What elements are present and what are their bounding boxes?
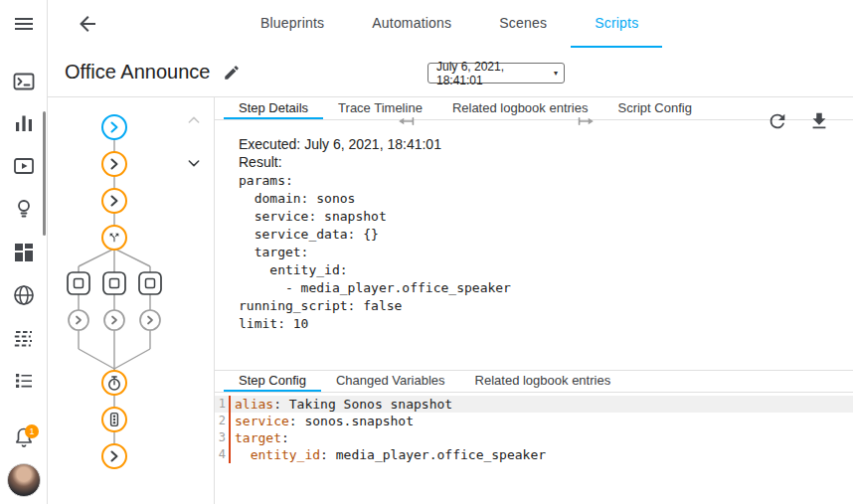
menu-button[interactable] xyxy=(12,12,36,36)
graph-node-branch-step-2[interactable] xyxy=(104,310,124,330)
graph-node-step-1[interactable] xyxy=(102,115,126,139)
graph-node-wait-trigger[interactable] xyxy=(102,408,126,431)
graph-node-branch-option-1[interactable] xyxy=(68,272,89,294)
yaml-key: service xyxy=(235,414,289,428)
tab-scripts[interactable]: Scripts xyxy=(571,0,662,48)
sidebar-item-logbook[interactable] xyxy=(12,369,36,393)
trace-toolbar: Office Announce July 6, 2021, 18:41:01 ▾ xyxy=(48,48,853,97)
refresh-icon xyxy=(767,110,788,132)
script-graph-panel xyxy=(48,97,215,504)
sidebar: 1 xyxy=(0,0,48,504)
code-line: 4 entity_id: media_player.office_speaker xyxy=(215,446,853,463)
app-window: 1 Blueprints Automations Scenes Scripts … xyxy=(0,0,853,504)
previous-run-button[interactable] xyxy=(396,110,418,132)
logbook-list-icon xyxy=(12,369,36,393)
back-button[interactable] xyxy=(76,12,99,36)
script-node-graph xyxy=(48,97,215,504)
graph-node-step-3[interactable] xyxy=(102,189,126,213)
line-number: 2 xyxy=(215,413,231,429)
code-line: 2 service: sonos.snapshot xyxy=(215,413,853,429)
line-number: 3 xyxy=(215,429,231,446)
top-tabs: Blueprints Automations Scenes Scripts xyxy=(237,0,662,48)
terminal-icon xyxy=(12,70,36,93)
line-number: 4 xyxy=(215,446,231,463)
code-line: 1 alias: Taking Sonos snapshot xyxy=(215,396,853,413)
trace-content: Step Details Trace Timeline Related logb… xyxy=(48,97,853,504)
lightbulb-icon xyxy=(12,197,36,221)
dashboard-icon xyxy=(12,241,36,264)
media-play-icon xyxy=(12,154,36,178)
tab-step-details[interactable]: Step Details xyxy=(224,97,323,119)
tab-changed-variables[interactable]: Changed Variables xyxy=(321,371,460,392)
graph-node-branch-step-3[interactable] xyxy=(140,310,160,330)
trace-details-panel: Step Details Trace Timeline Related logb… xyxy=(215,97,853,504)
top-tab-bar: Blueprints Automations Scenes Scripts xyxy=(48,0,853,48)
graph-node-parallel-split[interactable] xyxy=(102,226,126,250)
download-button[interactable] xyxy=(808,110,830,132)
menu-icon xyxy=(12,12,36,36)
sidebar-scrollbar[interactable] xyxy=(43,111,46,236)
ray-arrow-left-icon xyxy=(396,110,418,132)
config-tabs: Step Config Changed Variables Related lo… xyxy=(215,370,853,393)
tab-config-related-logbook-entries[interactable]: Related logbook entries xyxy=(460,371,626,392)
arrow-left-icon xyxy=(76,12,99,36)
graph-node-final-step[interactable] xyxy=(102,444,126,468)
result-yaml: params: domain: sonos service: snapshot … xyxy=(239,172,829,333)
result-label: Result: xyxy=(239,153,829,171)
code-line: 3 target: xyxy=(215,429,853,446)
page-title: Office Announce xyxy=(65,61,210,84)
run-select[interactable]: July 6, 2021, 18:41:01 ▾ xyxy=(427,63,565,84)
sidebar-item-history[interactable] xyxy=(12,111,36,135)
sidebar-item-media-browser[interactable] xyxy=(12,154,36,178)
run-select-value: July 6, 2021, 18:41:01 xyxy=(436,60,554,87)
yaml-value: : xyxy=(281,430,289,445)
tab-scenes[interactable]: Scenes xyxy=(475,0,571,48)
sidebar-item-web[interactable] xyxy=(12,283,36,307)
film-roll-icon xyxy=(12,326,36,350)
yaml-value: : Taking Sonos snapshot xyxy=(273,397,452,412)
sidebar-item-tips[interactable] xyxy=(12,197,36,221)
tab-automations[interactable]: Automations xyxy=(348,0,475,48)
refresh-button[interactable] xyxy=(767,110,788,132)
yaml-key: alias xyxy=(235,397,273,412)
edit-script-button[interactable] xyxy=(223,64,241,82)
dropdown-caret-icon: ▾ xyxy=(554,69,558,78)
yaml-value: : media_player.office_speaker xyxy=(320,447,546,462)
user-avatar[interactable] xyxy=(7,463,41,497)
download-icon xyxy=(808,110,830,132)
globe-icon xyxy=(12,283,36,307)
graph-node-branch-option-2[interactable] xyxy=(103,272,125,294)
graph-node-wait-timer[interactable] xyxy=(102,371,126,395)
ray-arrow-right-icon xyxy=(575,110,597,132)
sidebar-item-developer-tools[interactable] xyxy=(12,70,36,93)
graph-node-branch-option-3[interactable] xyxy=(139,272,161,294)
sidebar-item-film-roll[interactable] xyxy=(12,326,36,350)
line-number: 1 xyxy=(215,396,231,413)
graph-node-step-2[interactable] xyxy=(102,152,126,176)
yaml-value: : sonos.snapshot xyxy=(289,414,414,428)
yaml-key: entity_id xyxy=(251,447,320,462)
next-run-button[interactable] xyxy=(575,110,597,132)
main-area: Blueprints Automations Scenes Scripts Of… xyxy=(48,0,853,504)
yaml-key: target xyxy=(235,430,281,445)
sidebar-item-dashboard[interactable] xyxy=(12,241,36,264)
tab-trace-timeline[interactable]: Trace Timeline xyxy=(323,97,437,119)
pencil-icon xyxy=(223,64,241,82)
notification-badge: 1 xyxy=(25,424,39,438)
tab-step-config[interactable]: Step Config xyxy=(224,371,321,392)
yaml-code-editor[interactable]: 1 alias: Taking Sonos snapshot 2 service… xyxy=(215,393,853,504)
details-tabs: Step Details Trace Timeline Related logb… xyxy=(215,97,853,120)
bar-chart-icon xyxy=(12,111,36,135)
executed-timestamp: Executed: July 6, 2021, 18:41:01 xyxy=(239,135,829,153)
tab-script-config[interactable]: Script Config xyxy=(602,97,706,119)
graph-node-branch-step-1[interactable] xyxy=(69,310,88,330)
tab-blueprints[interactable]: Blueprints xyxy=(237,0,348,48)
step-details-content: Executed: July 6, 2021, 18:41:01 Result:… xyxy=(215,120,853,370)
